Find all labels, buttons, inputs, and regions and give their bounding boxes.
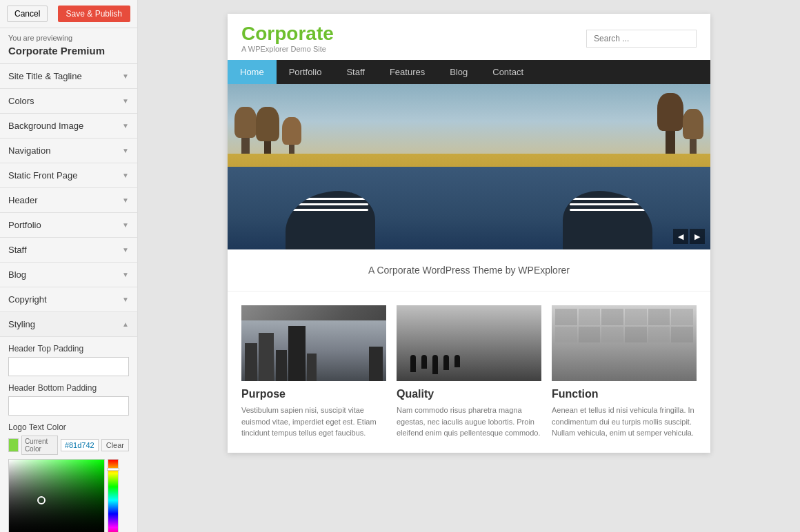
save-publish-button[interactable]: Save & Publish	[58, 6, 130, 22]
sidebar-item-portfolio[interactable]: Portfolio ▼	[0, 213, 137, 238]
header-top-padding-label: Header Top Padding	[8, 344, 129, 354]
current-color-label: Current Color	[21, 436, 58, 455]
nav-item-blog[interactable]: Blog	[437, 60, 480, 84]
sidebar-item-header[interactable]: Header ▼	[0, 188, 137, 213]
sidebar-item-colors[interactable]: Colors ▼	[0, 89, 137, 114]
next-slide-button[interactable]: ▶	[690, 229, 705, 244]
tagline-section: A Corporate WordPress Theme by WPExplore…	[228, 249, 710, 291]
chevron-up-icon: ▲	[122, 320, 129, 328]
site-name: Corporate	[241, 24, 334, 43]
chevron-down-icon: ▼	[122, 72, 129, 80]
preview-panel: Corporate A WPExplorer Demo Site Home Po…	[138, 0, 800, 532]
slider-nav: ◀ ▶	[673, 229, 705, 244]
function-text: Aenean et tellus id nisi vehicula fringi…	[552, 405, 697, 439]
sidebar-item-copyright[interactable]: Copyright ▼	[0, 287, 137, 312]
jeans-layer	[228, 167, 710, 249]
color-picker-dot[interactable]	[37, 496, 46, 504]
chevron-down-icon: ▼	[122, 296, 129, 303]
quality-title: Quality	[397, 388, 541, 400]
cancel-button[interactable]: Cancel	[7, 6, 48, 22]
sidebar-item-label: Styling	[8, 319, 35, 329]
chevron-down-icon: ▼	[122, 172, 129, 179]
logo-color-row: Current Color #81d742 Clear	[8, 436, 129, 455]
nav-item-home[interactable]: Home	[228, 60, 277, 84]
theme-name: Corporate Premium	[0, 43, 137, 64]
purpose-image	[241, 305, 386, 381]
hue-indicator	[107, 468, 119, 471]
chevron-down-icon: ▼	[122, 271, 129, 278]
sidebar-item-staff[interactable]: Staff ▼	[0, 238, 137, 263]
sidebar-item-label: Navigation	[8, 145, 50, 156]
purpose-text: Vestibulum sapien nisi, suscipit vitae e…	[241, 405, 386, 439]
feature-quality: Quality Nam commodo risus pharetra magna…	[397, 305, 541, 439]
header-bottom-padding-label: Header Bottom Padding	[8, 383, 129, 393]
chevron-down-icon: ▼	[122, 196, 129, 204]
sidebar-item-site-title-tagline[interactable]: Site Title & Tagline ▼	[0, 64, 137, 89]
feature-purpose: Purpose Vestibulum sapien nisi, suscipit…	[241, 305, 386, 439]
header-top-padding-input[interactable]	[8, 357, 129, 376]
nav-item-contact[interactable]: Contact	[480, 60, 536, 84]
chevron-down-icon: ▼	[122, 147, 129, 154]
sidebar-item-label: Colors	[8, 96, 34, 106]
function-title: Function	[552, 388, 697, 400]
tagline-text: A Corporate WordPress Theme by WPExplore…	[243, 265, 695, 276]
sidebar-item-label: Copyright	[8, 294, 47, 305]
chevron-down-icon: ▼	[122, 97, 129, 105]
site-header: Corporate A WPExplorer Demo Site	[228, 14, 710, 60]
hero-image: ◀ ▶	[228, 84, 710, 249]
purpose-title: Purpose	[241, 388, 386, 400]
customizer-sidebar: Cancel Save & Publish You are previewing…	[0, 0, 138, 532]
quality-text: Nam commodo risus pharetra magna egestas…	[397, 405, 541, 439]
sidebar-menu: Site Title & Tagline ▼ Colors ▼ Backgrou…	[0, 64, 137, 337]
sidebar-item-label: Portfolio	[8, 220, 41, 230]
top-bar: Cancel Save & Publish	[0, 0, 137, 28]
tree-4	[666, 117, 675, 158]
sidebar-item-label: Blog	[8, 269, 26, 280]
logo-color-swatch[interactable]	[8, 438, 19, 452]
sidebar-item-navigation[interactable]: Navigation ▼	[0, 139, 137, 163]
styling-panel: Header Top Padding Header Bottom Padding…	[0, 337, 137, 532]
sidebar-item-label: Header	[8, 195, 38, 205]
color-picker	[8, 459, 129, 532]
sidebar-item-background-image[interactable]: Background Image ▼	[0, 114, 137, 139]
sidebar-item-label: Staff	[8, 245, 27, 255]
site-logo: Corporate A WPExplorer Demo Site	[241, 24, 334, 53]
function-image	[552, 305, 697, 381]
quality-image	[397, 305, 541, 381]
left-sneaker	[286, 191, 375, 249]
sidebar-item-label: Static Front Page	[8, 170, 77, 181]
feature-function: Function Aenean et tellus id nisi vehicu…	[552, 305, 697, 439]
clear-color-button[interactable]: Clear	[101, 439, 129, 451]
color-gradient-canvas[interactable]	[8, 459, 105, 532]
search-input[interactable]	[586, 30, 697, 48]
logo-text-color-label: Logo Text Color	[8, 422, 129, 432]
site-navigation: Home Portfolio Staff Features Blog Conta…	[228, 60, 710, 84]
previewing-label: You are previewing	[0, 28, 137, 43]
chevron-down-icon: ▼	[122, 246, 129, 254]
sidebar-item-blog[interactable]: Blog ▼	[0, 263, 137, 287]
right-sneaker	[563, 191, 652, 249]
nav-item-staff[interactable]: Staff	[334, 60, 377, 84]
header-bottom-padding-input[interactable]	[8, 396, 129, 416]
sidebar-item-styling[interactable]: Styling ▲	[0, 312, 137, 337]
site-tagline: A WPExplorer Demo Site	[241, 45, 334, 53]
hue-bar[interactable]	[108, 459, 119, 532]
nav-item-features[interactable]: Features	[377, 60, 437, 84]
sidebar-item-label: Site Title & Tagline	[8, 71, 82, 81]
sidebar-item-label: Background Image	[8, 121, 83, 131]
chevron-down-icon: ▼	[122, 221, 129, 229]
sidebar-item-static-front-page[interactable]: Static Front Page ▼	[0, 163, 137, 188]
prev-slide-button[interactable]: ◀	[673, 229, 688, 244]
features-section: Purpose Vestibulum sapien nisi, suscipit…	[228, 291, 710, 453]
nav-item-portfolio[interactable]: Portfolio	[277, 60, 334, 84]
trees-layer	[228, 117, 710, 158]
site-preview: Corporate A WPExplorer Demo Site Home Po…	[228, 14, 710, 453]
color-hex-value[interactable]: #81d742	[61, 439, 99, 451]
chevron-down-icon: ▼	[122, 122, 129, 130]
